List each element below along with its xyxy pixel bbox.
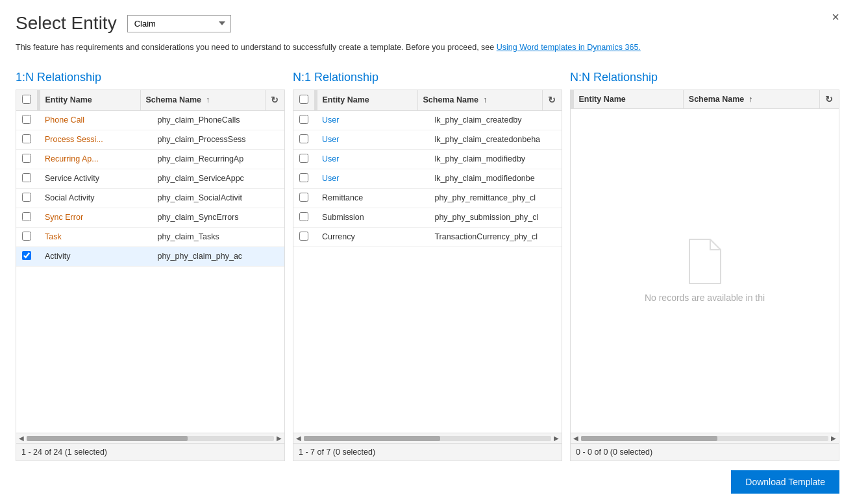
table-row[interactable]: Remittance phy_phy_remittance_phy_cl (293, 188, 562, 208)
table-row[interactable]: Submission phy_phy_submission_phy_cl (293, 208, 562, 227)
one-to-n-refresh-icon[interactable]: ↻ (271, 95, 279, 105)
table-row[interactable]: Phone Call phy_claim_PhoneCalls (16, 111, 284, 130)
one-to-n-refresh-header[interactable]: ↻ (265, 90, 284, 111)
table-row[interactable]: Service Activity phy_claim_ServiceAppc (16, 169, 284, 188)
n-to-1-table-area: Entity Name Schema Name ↑ ↻ (293, 90, 562, 433)
one-to-n-select-all-header[interactable] (16, 90, 37, 111)
download-template-button[interactable]: Download Template (731, 470, 839, 494)
table-row[interactable]: Process Sessi... phy_claim_ProcessSess (16, 130, 284, 149)
entity-name-cell: User (317, 149, 429, 169)
n-to-n-refresh-header[interactable]: ↻ (819, 90, 839, 109)
n-to-1-hscroll-left[interactable]: ◀ (296, 435, 301, 442)
one-to-n-footer: 1 - 24 of 24 (1 selected) (16, 443, 284, 461)
n-to-1-refresh-header[interactable]: ↻ (542, 90, 562, 111)
n-to-n-hscroll-right[interactable]: ▶ (831, 435, 836, 442)
n-to-1-table: Entity Name Schema Name ↑ ↻ (293, 90, 562, 111)
row-checkbox-cell[interactable] (16, 111, 37, 130)
entity-name-cell: Remittance (317, 188, 429, 208)
n-to-n-hscroll[interactable]: ◀ ▶ (571, 433, 839, 443)
row-checkbox[interactable] (22, 212, 31, 221)
row-checkbox[interactable] (22, 232, 31, 241)
n-to-1-hscroll-thumb (304, 436, 440, 441)
entity-name-cell: User (317, 111, 429, 130)
title-row: Select Entity Claim (16, 13, 231, 34)
row-checkbox[interactable] (299, 115, 308, 124)
row-checkbox[interactable] (299, 134, 308, 143)
one-to-n-hscroll-left[interactable]: ◀ (19, 435, 24, 442)
n-to-1-schema-col-header: Schema Name ↑ (417, 90, 542, 111)
n-to-1-scroll-body[interactable]: User lk_phy_claim_createdby User lk_phy_… (293, 111, 562, 433)
relationships-container: 1:N Relationship Entity Name (16, 66, 839, 461)
one-to-n-entity-col-header: Entity Name (40, 90, 140, 111)
one-to-n-panel: 1:N Relationship Entity Name (16, 66, 285, 461)
table-row[interactable]: Social Activity phy_claim_SocialActivit (16, 188, 284, 208)
one-to-n-hscroll-right[interactable]: ▶ (277, 435, 282, 442)
n-to-1-select-all-header[interactable] (293, 90, 314, 111)
table-row[interactable]: User lk_phy_claim_modifiedonbe (293, 169, 562, 188)
info-bar: This feature has requirements and consid… (16, 42, 839, 54)
n-to-1-footer: 1 - 7 of 7 (0 selected) (293, 443, 562, 461)
row-checkbox-cell[interactable] (293, 130, 314, 149)
row-checkbox-cell[interactable] (293, 208, 314, 227)
table-row[interactable]: Activity phy_phy_claim_phy_ac (16, 246, 284, 266)
n-to-1-hscroll-right[interactable]: ▶ (554, 435, 559, 442)
select-all-n-to-1[interactable] (299, 95, 308, 104)
one-to-n-hscroll[interactable]: ◀ ▶ (16, 433, 284, 443)
row-checkbox-cell[interactable] (16, 169, 37, 188)
schema-name-cell: lk_phy_claim_createdby (429, 111, 562, 130)
row-checkbox[interactable] (22, 193, 31, 202)
entity-name-cell: Recurring Ap... (40, 149, 152, 169)
n-to-n-title: N:N Relationship (570, 66, 839, 90)
schema-name-cell: lk_phy_claim_createdonbeha (429, 130, 562, 149)
close-button[interactable]: × (826, 8, 845, 26)
row-checkbox[interactable] (22, 115, 31, 124)
row-checkbox[interactable] (299, 154, 308, 163)
table-row[interactable]: User lk_phy_claim_createdby (293, 111, 562, 130)
info-link[interactable]: Using Word templates in Dynamics 365. (497, 43, 641, 52)
one-to-n-scroll-body[interactable]: Phone Call phy_claim_PhoneCalls Process … (16, 111, 284, 433)
row-checkbox[interactable] (22, 251, 31, 260)
row-checkbox-cell[interactable] (293, 227, 314, 246)
schema-name-cell: phy_claim_ServiceAppc (152, 169, 284, 188)
n-to-n-hscroll-left[interactable]: ◀ (573, 435, 578, 442)
row-checkbox-cell[interactable] (16, 188, 37, 208)
table-row[interactable]: User lk_phy_claim_createdonbeha (293, 130, 562, 149)
n-to-1-hscroll[interactable]: ◀ ▶ (293, 433, 562, 443)
select-all-one-to-n[interactable] (22, 95, 31, 104)
row-checkbox-cell[interactable] (16, 149, 37, 169)
row-checkbox-cell[interactable] (16, 208, 37, 227)
schema-name-cell: phy_claim_PhoneCalls (152, 111, 284, 130)
row-checkbox-cell[interactable] (293, 149, 314, 169)
n-to-n-refresh-icon[interactable]: ↻ (825, 94, 833, 104)
entity-dropdown[interactable]: Claim (127, 15, 231, 32)
row-checkbox-cell[interactable] (293, 188, 314, 208)
row-checkbox-cell[interactable] (16, 246, 37, 266)
row-checkbox[interactable] (299, 232, 308, 241)
n-to-n-table: Entity Name Schema Name ↑ ↻ (571, 90, 839, 109)
n-to-1-hscroll-track (304, 436, 551, 441)
table-row[interactable]: Sync Error phy_claim_SyncErrors (16, 208, 284, 227)
row-checkbox[interactable] (299, 212, 308, 221)
row-checkbox[interactable] (22, 134, 31, 143)
row-checkbox-cell[interactable] (293, 169, 314, 188)
table-row[interactable]: User lk_phy_claim_modifiedby (293, 149, 562, 169)
table-row[interactable]: Recurring Ap... phy_claim_RecurringAp (16, 149, 284, 169)
row-checkbox-cell[interactable] (16, 227, 37, 246)
row-checkbox[interactable] (299, 193, 308, 202)
entity-name-cell: User (317, 130, 429, 149)
n-to-1-refresh-icon[interactable]: ↻ (548, 95, 556, 105)
one-to-n-box: Entity Name Schema Name ↑ ↻ (16, 90, 285, 461)
entity-name-cell: Phone Call (40, 111, 152, 130)
row-checkbox[interactable] (299, 173, 308, 182)
table-row[interactable]: Task phy_claim_Tasks (16, 227, 284, 246)
row-checkbox[interactable] (22, 154, 31, 163)
row-checkbox-cell[interactable] (16, 130, 37, 149)
entity-name-cell: Social Activity (40, 188, 152, 208)
row-checkbox-cell[interactable] (293, 111, 314, 130)
row-checkbox[interactable] (22, 173, 31, 182)
entity-name-cell: Submission (317, 208, 429, 227)
schema-name-cell: lk_phy_claim_modifiedby (429, 149, 562, 169)
table-row[interactable]: Currency TransactionCurrency_phy_cl (293, 227, 562, 246)
n-to-1-title: N:1 Relationship (293, 66, 562, 90)
one-to-n-title: 1:N Relationship (16, 66, 285, 90)
